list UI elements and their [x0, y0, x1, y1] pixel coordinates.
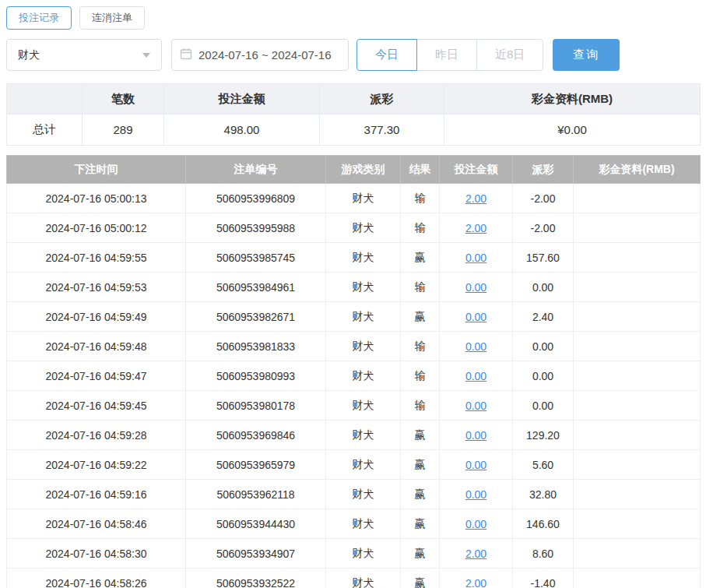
header-order-id: 注单编号 [186, 156, 326, 184]
order-id-cell: 5060953944430 [186, 509, 326, 539]
bet-amount-cell: 2.00 [440, 184, 513, 213]
bonus-cell [574, 569, 701, 588]
order-id-cell: 5060953982671 [186, 302, 326, 332]
game-select-value: 财犬 [18, 48, 40, 62]
payout-cell: 8.60 [513, 539, 574, 569]
result-cell: 输 [401, 273, 440, 302]
result-cell: 输 [401, 213, 440, 243]
game-type-cell: 财犬 [326, 509, 401, 539]
bet-time-cell: 2024-07-16 04:59:47 [7, 361, 186, 391]
bet-amount-cell: 0.00 [440, 450, 513, 480]
tab-bet-records[interactable]: 投注记录 [6, 6, 72, 30]
result-cell: 赢 [401, 243, 440, 273]
bet-amount-link[interactable]: 0.00 [465, 429, 486, 442]
table-row: 2024-07-16 04:59:28 5060953969846 财犬 赢 0… [7, 421, 701, 450]
game-type-cell: 财犬 [326, 332, 401, 361]
table-row: 2024-07-16 04:59:49 5060953982671 财犬 赢 0… [7, 302, 701, 332]
order-id-cell: 5060953996809 [186, 184, 326, 213]
summary-total-row: 总计 289 498.00 377.30 ¥0.00 [7, 114, 701, 146]
bet-time-cell: 2024-07-16 04:58:30 [7, 539, 186, 569]
result-cell: 输 [401, 361, 440, 391]
table-row: 2024-07-16 04:59:55 5060953985745 财犬 赢 0… [7, 243, 701, 273]
game-type-cell: 财犬 [326, 450, 401, 480]
table-row: 2024-07-16 05:00:12 5060953995988 财犬 输 2… [7, 213, 701, 243]
bonus-cell [574, 391, 701, 421]
chevron-down-icon [142, 53, 150, 58]
summary-total-bonus: ¥0.00 [444, 114, 701, 146]
bet-amount-link[interactable]: 0.00 [465, 281, 486, 294]
header-bet-time: 下注时间 [7, 156, 186, 184]
payout-cell: 2.40 [513, 302, 574, 332]
bet-amount-link[interactable]: 0.00 [465, 518, 486, 530]
bet-table-body: 2024-07-16 05:00:13 5060953996809 财犬 输 2… [7, 184, 701, 588]
order-id-cell: 5060953969846 [186, 421, 326, 450]
result-cell: 赢 [401, 480, 440, 509]
bet-amount-cell: 0.00 [440, 273, 513, 302]
payout-cell: 0.00 [513, 332, 574, 361]
bet-time-cell: 2024-07-16 04:59:45 [7, 391, 186, 421]
last-8-days-button[interactable]: 近8日 [476, 39, 543, 71]
bet-amount-link[interactable]: 0.00 [465, 400, 486, 412]
table-row: 2024-07-16 04:59:48 5060953981833 财犬 输 0… [7, 332, 701, 361]
bet-amount-link[interactable]: 0.00 [465, 340, 486, 353]
tab-cancelled-orders[interactable]: 连消注单 [79, 6, 145, 30]
bet-amount-link[interactable]: 0.00 [465, 311, 486, 323]
game-type-cell: 财犬 [326, 480, 401, 509]
summary-total-label: 总计 [7, 114, 83, 146]
game-type-cell: 财犬 [326, 569, 401, 588]
bet-amount-cell: 2.00 [440, 569, 513, 588]
summary-header-bet-amount: 投注金额 [164, 84, 320, 114]
table-row: 2024-07-16 04:58:30 5060953934907 财犬 赢 2… [7, 539, 701, 569]
today-button[interactable]: 今日 [357, 39, 417, 71]
search-button[interactable]: 查询 [553, 39, 620, 71]
order-id-cell: 5060953980993 [186, 361, 326, 391]
table-row: 2024-07-16 04:59:53 5060953984961 财犬 输 0… [7, 273, 701, 302]
order-id-cell: 5060953984961 [186, 273, 326, 302]
result-cell: 赢 [401, 450, 440, 480]
bet-amount-link[interactable]: 0.00 [465, 252, 486, 264]
bet-amount-link[interactable]: 2.00 [465, 222, 486, 234]
order-id-cell: 5060953965979 [186, 450, 326, 480]
table-row: 2024-07-16 04:59:16 5060953962118 财犬 赢 0… [7, 480, 701, 509]
game-type-cell: 财犬 [326, 361, 401, 391]
bet-time-cell: 2024-07-16 04:59:49 [7, 302, 186, 332]
header-result: 结果 [401, 156, 440, 184]
bet-amount-link[interactable]: 0.00 [465, 459, 486, 471]
bet-amount-link[interactable]: 2.00 [465, 577, 486, 588]
result-cell: 赢 [401, 509, 440, 539]
bet-time-cell: 2024-07-16 04:58:46 [7, 509, 186, 539]
order-id-cell: 5060953985745 [186, 243, 326, 273]
bet-amount-link[interactable]: 2.00 [465, 548, 486, 560]
yesterday-button[interactable]: 昨日 [416, 39, 477, 71]
table-row: 2024-07-16 04:59:47 5060953980993 财犬 输 0… [7, 361, 701, 391]
payout-cell: 0.00 [513, 361, 574, 391]
bet-amount-cell: 0.00 [440, 361, 513, 391]
game-type-cell: 财犬 [326, 243, 401, 273]
payout-cell: 32.80 [513, 480, 574, 509]
bet-amount-link[interactable]: 0.00 [465, 370, 486, 382]
date-range-value: 2024-07-16 ~ 2024-07-16 [198, 48, 332, 62]
bet-time-cell: 2024-07-16 05:00:12 [7, 213, 186, 243]
game-type-cell: 财犬 [326, 421, 401, 450]
bonus-cell [574, 243, 701, 273]
bet-amount-cell: 2.00 [440, 213, 513, 243]
date-range-input[interactable]: 2024-07-16 ~ 2024-07-16 [171, 39, 349, 71]
payout-cell: 129.20 [513, 421, 574, 450]
game-type-cell: 财犬 [326, 302, 401, 332]
bet-amount-cell: 2.00 [440, 539, 513, 569]
result-cell: 输 [401, 332, 440, 361]
bonus-cell [574, 539, 701, 569]
result-cell: 赢 [401, 539, 440, 569]
bet-amount-cell: 0.00 [440, 332, 513, 361]
bet-amount-link[interactable]: 2.00 [465, 192, 486, 205]
header-bonus: 彩金资料(RMB) [574, 156, 701, 184]
bet-amount-link[interactable]: 0.00 [465, 488, 486, 501]
payout-cell: 0.00 [513, 391, 574, 421]
table-row: 2024-07-16 04:59:22 5060953965979 财犬 赢 0… [7, 450, 701, 480]
filter-bar: 财犬 2024-07-16 ~ 2024-07-16 今日 昨日 近8日 查询 [6, 39, 700, 71]
payout-cell: 0.00 [513, 273, 574, 302]
summary-total-payout: 377.30 [320, 114, 444, 146]
game-select[interactable]: 财犬 [6, 39, 162, 71]
bonus-cell [574, 273, 701, 302]
order-id-cell: 5060953995988 [186, 213, 326, 243]
